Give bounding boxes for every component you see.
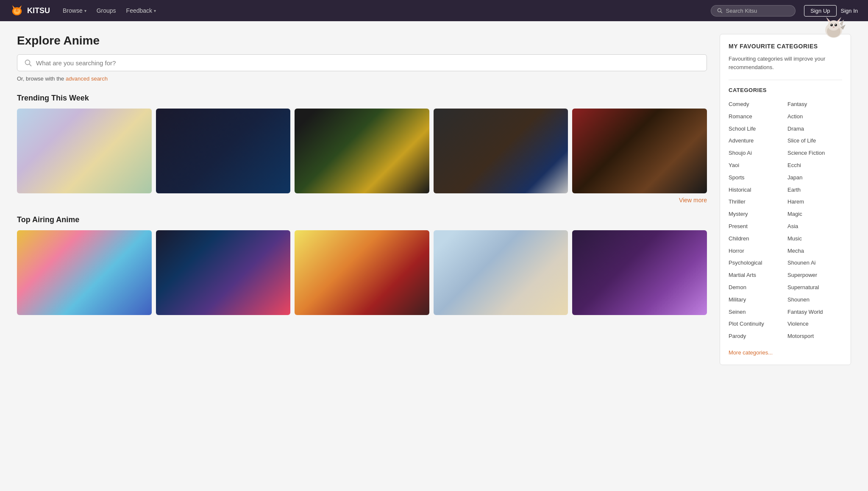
category-item[interactable]: Science Fiction xyxy=(787,148,842,159)
category-item[interactable]: Fantasy xyxy=(787,99,842,110)
anime-card[interactable] xyxy=(434,230,568,315)
nav-feedback[interactable]: Feedback ▾ xyxy=(122,5,160,17)
main-search-bar[interactable] xyxy=(17,54,707,71)
category-item[interactable]: Horror xyxy=(729,246,783,257)
navbar: KITSU Browse ▾ Groups Feedback ▾ Sign Up… xyxy=(0,0,868,21)
category-item[interactable]: Supernatural xyxy=(787,282,842,293)
main-search-input[interactable] xyxy=(36,59,700,67)
feedback-chevron-icon: ▾ xyxy=(154,8,156,13)
category-item[interactable]: Mystery xyxy=(729,209,783,220)
category-item[interactable]: Adventure xyxy=(729,136,783,146)
category-item[interactable]: Parody xyxy=(729,331,783,342)
nav-groups[interactable]: Groups xyxy=(92,5,120,17)
categories-grid: ComedyFantasyRomanceActionSchool LifeDra… xyxy=(729,99,842,342)
explore-title: Explore Anime xyxy=(17,34,707,47)
anime-card[interactable] xyxy=(156,230,291,315)
svg-marker-20 xyxy=(827,18,830,22)
nav-links: Browse ▾ Groups Feedback ▾ xyxy=(58,5,160,17)
svg-point-26 xyxy=(833,27,835,28)
category-item[interactable]: Drama xyxy=(787,124,842,134)
svg-point-17 xyxy=(828,20,840,31)
category-item[interactable]: School Life xyxy=(729,124,783,134)
category-item[interactable]: Shounen Ai xyxy=(787,258,842,268)
svg-marker-21 xyxy=(837,18,840,22)
sidebar: MY FAVOURITE CATEGORIES Favouriting cate… xyxy=(720,34,851,365)
category-item[interactable]: Fantasy World xyxy=(787,307,842,318)
anime-card[interactable] xyxy=(17,109,152,193)
category-item[interactable]: Violence xyxy=(787,319,842,329)
category-item[interactable]: Sports xyxy=(729,173,783,183)
brand-logo[interactable]: KITSU xyxy=(10,4,50,17)
anime-card[interactable] xyxy=(295,109,429,193)
svg-point-23 xyxy=(835,24,837,26)
svg-point-25 xyxy=(835,24,836,25)
search-icon xyxy=(717,8,722,14)
mascot-icon xyxy=(821,15,846,41)
category-item[interactable]: Shounen xyxy=(787,295,842,305)
category-item[interactable]: Yaoi xyxy=(729,160,783,171)
category-item[interactable]: Shoujo Ai xyxy=(729,148,783,159)
more-categories-link[interactable]: More categories... xyxy=(729,349,773,356)
category-item[interactable]: Superpower xyxy=(787,270,842,281)
category-item[interactable]: Psychological xyxy=(729,258,783,268)
category-item[interactable]: Romance xyxy=(729,112,783,122)
anime-card[interactable] xyxy=(295,230,429,315)
category-item[interactable]: Music xyxy=(787,234,842,244)
kitsu-logo-icon xyxy=(10,4,24,17)
category-item[interactable]: Seinen xyxy=(729,307,783,318)
trending-title: Trending This Week xyxy=(17,94,707,103)
signup-button[interactable]: Sign Up xyxy=(804,5,836,17)
anime-card[interactable] xyxy=(572,230,707,315)
advanced-search-row: Or, browse with the advanced search xyxy=(17,75,707,82)
trending-anime-grid xyxy=(17,109,707,193)
svg-line-14 xyxy=(29,64,31,66)
svg-point-9 xyxy=(16,10,16,10)
category-item[interactable]: Japan xyxy=(787,173,842,183)
top-airing-title: Top Airing Anime xyxy=(17,215,707,224)
browse-chevron-icon: ▾ xyxy=(84,8,86,13)
category-item[interactable]: Ecchi xyxy=(787,160,842,171)
category-item[interactable]: Mecha xyxy=(787,246,842,257)
category-item[interactable]: Motorsport xyxy=(787,331,842,342)
svg-line-12 xyxy=(721,11,722,13)
nav-browse[interactable]: Browse ▾ xyxy=(58,5,91,17)
category-item[interactable]: Magic xyxy=(787,209,842,220)
advanced-search-link[interactable]: advanced search xyxy=(66,75,108,82)
sidebar-categories-title: CATEGORIES xyxy=(729,87,842,93)
category-item[interactable]: Action xyxy=(787,112,842,122)
top-airing-anime-grid xyxy=(17,230,707,315)
anime-card[interactable] xyxy=(17,230,152,315)
category-item[interactable]: Demon xyxy=(729,282,783,293)
sidebar-mascot xyxy=(821,15,846,41)
sidebar-divider xyxy=(729,80,842,80)
category-item[interactable]: Children xyxy=(729,234,783,244)
category-item[interactable]: Comedy xyxy=(729,99,783,110)
category-item[interactable]: Historical xyxy=(729,185,783,195)
category-item[interactable]: Slice of Life xyxy=(787,136,842,146)
anime-card[interactable] xyxy=(572,109,707,193)
category-item[interactable]: Present xyxy=(729,221,783,232)
view-more-button[interactable]: View more xyxy=(17,197,707,204)
category-item[interactable]: Martial Arts xyxy=(729,270,783,281)
signin-button[interactable]: Sign In xyxy=(841,8,858,14)
main-search-icon xyxy=(24,59,32,67)
category-item[interactable]: Asia xyxy=(787,221,842,232)
brand-name: KITSU xyxy=(27,6,50,15)
page-layout: Explore Anime Or, browse with the advanc… xyxy=(0,21,868,378)
nav-search-bar[interactable] xyxy=(711,5,796,17)
anime-card[interactable] xyxy=(434,109,568,193)
svg-point-10 xyxy=(18,10,18,10)
nav-search-input[interactable] xyxy=(726,8,790,14)
category-item[interactable]: Earth xyxy=(787,185,842,195)
anime-card[interactable] xyxy=(156,109,291,193)
category-item[interactable]: Military xyxy=(729,295,783,305)
auth-buttons: Sign Up Sign In xyxy=(804,5,858,17)
category-item[interactable]: Harem xyxy=(787,197,842,207)
svg-point-24 xyxy=(831,24,832,25)
main-content: Explore Anime Or, browse with the advanc… xyxy=(17,34,707,318)
sidebar-desc: Favouriting categories will improve your… xyxy=(729,55,842,71)
svg-marker-27 xyxy=(840,20,844,26)
category-item[interactable]: Plot Continuity xyxy=(729,319,783,329)
category-item[interactable]: Thriller xyxy=(729,197,783,207)
sidebar-fav-title: MY FAVOURITE CATEGORIES xyxy=(729,43,842,50)
